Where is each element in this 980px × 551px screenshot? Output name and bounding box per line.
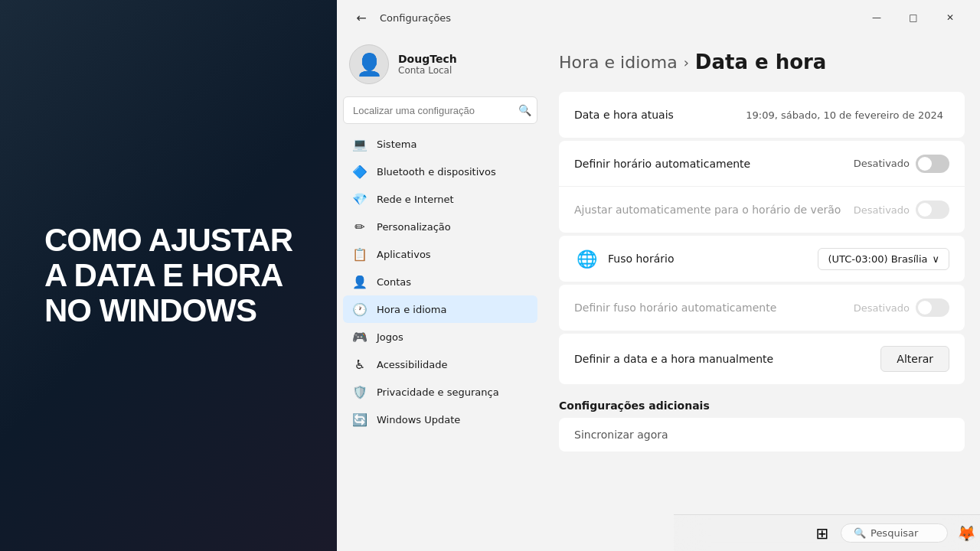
contas-icon: 👤 <box>352 274 368 289</box>
change-datetime-button[interactable]: Alterar <box>880 346 949 372</box>
auto-timezone-label: Definir fuso horário automaticamente <box>574 302 854 314</box>
auto-timezone-status: Desativado <box>854 302 910 314</box>
profile-info: DougTech Conta Local <box>398 53 457 76</box>
privacidade-icon: 🛡️ <box>352 384 368 399</box>
taskbar-search-icon: 🔍 <box>854 527 866 539</box>
toggle-thumb <box>918 157 932 171</box>
sidebar-item-bluetooth[interactable]: 🔷 Bluetooth e dispositivos <box>343 158 537 185</box>
current-datetime-label: Data e hora atuais <box>574 109 746 121</box>
window-controls: — □ ✕ <box>859 5 968 30</box>
auto-timezone-card: Definir fuso horário automaticamente Des… <box>559 285 965 331</box>
auto-timezone-row: Definir fuso horário automaticamente Des… <box>559 285 965 331</box>
sidebar-item-label: Rede e Internet <box>377 194 454 205</box>
sidebar: 👤 DougTech Conta Local 🔍 💻 Sistema 🔷 Blu… <box>337 35 544 551</box>
auto-dst-toggle <box>916 201 949 219</box>
bluetooth-icon: 🔷 <box>352 164 368 179</box>
sidebar-item-label: Windows Update <box>377 414 460 425</box>
sync-row: Sincronizar agora <box>559 418 965 452</box>
auto-time-status: Desativado <box>854 158 910 169</box>
title-bar: ← Configurações — □ ✕ <box>337 0 980 35</box>
sidebar-item-rede[interactable]: 💎 Rede e Internet <box>343 185 537 213</box>
sidebar-item-label: Jogos <box>377 331 403 343</box>
taskbar: ⊞ 🔍 Pesquisar 🦊 📁 📁 🎥 🌐 📝 ⚙️ ▲ 🔊 🌐 19:09… <box>674 514 980 551</box>
sidebar-item-personalizacao[interactable]: ✏️ Personalização <box>343 213 537 240</box>
manual-datetime-card: Definir a data e a hora manualmente Alte… <box>559 334 965 384</box>
manual-datetime-label: Definir a data e a hora manualmente <box>574 353 880 365</box>
taskbar-app-fox[interactable]: 🦊 <box>951 518 980 549</box>
sidebar-item-label: Sistema <box>377 139 416 150</box>
sistema-icon: 💻 <box>352 136 368 152</box>
content-area: Hora e idioma › Data e hora Data e hora … <box>544 35 980 551</box>
maximize-button[interactable]: □ <box>896 5 931 30</box>
profile-name: DougTech <box>398 53 457 65</box>
windows-update-icon: 🔄 <box>352 412 368 427</box>
current-datetime-value: 19:09, sábado, 10 de fevereiro de 2024 <box>746 109 943 121</box>
breadcrumb: Hora e idioma › Data e hora <box>559 51 965 73</box>
toggle-thumb <box>918 301 932 315</box>
acessibilidade-icon: ♿ <box>352 357 368 372</box>
sidebar-item-label: Hora e idioma <box>377 304 446 315</box>
hora-icon: 🕐 <box>352 302 368 317</box>
breadcrumb-current: Data e hora <box>695 51 827 73</box>
timezone-value: (UTC-03:00) Brasília <box>828 253 927 265</box>
tutorial-title: COMO AJUSTARA DATA E HORANO WINDOWS <box>44 223 292 329</box>
minimize-button[interactable]: — <box>859 5 894 30</box>
back-button[interactable]: ← <box>349 5 374 30</box>
timezone-selector[interactable]: (UTC-03:00) Brasília ∨ <box>818 248 949 270</box>
personalizacao-icon: ✏️ <box>352 219 368 234</box>
toggle-thumb <box>918 203 932 217</box>
sidebar-item-acessibilidade[interactable]: ♿ Acessibilidade <box>343 350 537 378</box>
settings-body: 👤 DougTech Conta Local 🔍 💻 Sistema 🔷 Blu… <box>337 35 980 551</box>
close-button[interactable]: ✕ <box>933 5 968 30</box>
sync-label: Sincronizar agora <box>574 429 668 441</box>
search-input[interactable] <box>343 96 537 124</box>
auto-time-card: Definir horário automaticamente Desativa… <box>559 141 965 233</box>
current-datetime-card: Data e hora atuais 19:09, sábado, 10 de … <box>559 92 965 138</box>
sidebar-item-aplicativos[interactable]: 📋 Aplicativos <box>343 240 537 268</box>
sidebar-item-label: Aplicativos <box>377 249 431 260</box>
sidebar-item-privacidade[interactable]: 🛡️ Privacidade e segurança <box>343 378 537 406</box>
sidebar-item-label: Acessibilidade <box>377 359 448 370</box>
taskbar-search[interactable]: 🔍 Pesquisar <box>841 523 948 543</box>
start-button[interactable]: ⊞ <box>807 518 838 549</box>
avatar: 👤 <box>349 44 389 84</box>
additional-section-title: Configurações adicionais <box>559 387 965 418</box>
sidebar-item-contas[interactable]: 👤 Contas <box>343 268 537 295</box>
timezone-row: 🌐 Fuso horário (UTC-03:00) Brasília ∨ <box>559 236 965 282</box>
search-box[interactable]: 🔍 <box>343 96 537 124</box>
breadcrumb-parent: Hora e idioma <box>559 53 678 72</box>
avatar-icon: 👤 <box>356 52 383 77</box>
sidebar-item-hora-idioma[interactable]: 🕐 Hora e idioma <box>343 295 537 323</box>
search-icon: 🔍 <box>518 104 531 116</box>
manual-datetime-row: Definir a data e a hora manualmente Alte… <box>559 334 965 384</box>
timezone-card: 🌐 Fuso horário (UTC-03:00) Brasília ∨ <box>559 236 965 282</box>
sidebar-item-label: Bluetooth e dispositivos <box>377 166 496 178</box>
tutorial-panel: COMO AJUSTARA DATA E HORANO WINDOWS <box>0 0 337 551</box>
timezone-globe-icon: 🌐 <box>574 246 599 271</box>
rede-icon: 💎 <box>352 191 368 207</box>
auto-time-row: Definir horário automaticamente Desativa… <box>559 141 965 187</box>
taskbar-search-label: Pesquisar <box>871 527 918 539</box>
sync-card: Sincronizar agora <box>559 418 965 452</box>
sidebar-item-label: Privacidade e segurança <box>377 386 499 398</box>
timezone-label: Fuso horário <box>608 253 818 265</box>
breadcrumb-separator: › <box>684 54 689 70</box>
jogos-icon: 🎮 <box>352 329 368 344</box>
sidebar-item-jogos[interactable]: 🎮 Jogos <box>343 323 537 350</box>
profile-account-type: Conta Local <box>398 65 457 76</box>
window-title: Configurações <box>380 12 451 24</box>
settings-window: ← Configurações — □ ✕ 👤 DougTech Conta L… <box>337 0 980 551</box>
sidebar-item-sistema[interactable]: 💻 Sistema <box>343 130 537 158</box>
sidebar-item-windows-update[interactable]: 🔄 Windows Update <box>343 406 537 433</box>
sidebar-item-label: Contas <box>377 276 411 288</box>
auto-timezone-toggle <box>916 298 949 317</box>
auto-dst-row: Ajustar automaticamente para o horário d… <box>559 187 965 233</box>
timezone-chevron-icon: ∨ <box>932 253 939 265</box>
aplicativos-icon: 📋 <box>352 246 368 262</box>
auto-dst-status: Desativado <box>854 204 910 216</box>
auto-time-toggle[interactable] <box>916 155 949 173</box>
sidebar-item-label: Personalização <box>377 221 451 233</box>
auto-time-label: Definir horário automaticamente <box>574 158 854 170</box>
auto-dst-label: Ajustar automaticamente para o horário d… <box>574 204 854 216</box>
profile-section[interactable]: 👤 DougTech Conta Local <box>343 35 537 96</box>
